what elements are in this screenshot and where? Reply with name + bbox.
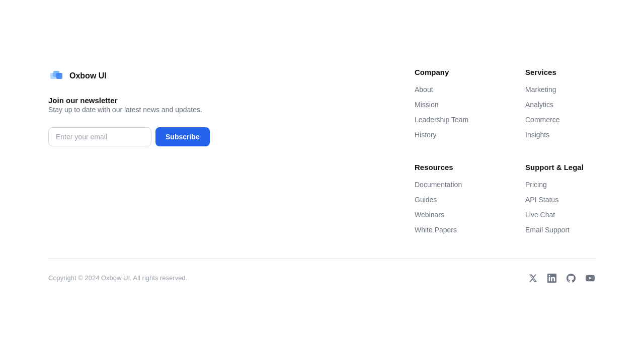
footer: Oxbow UI Join our newsletter Stay up to …	[0, 38, 644, 304]
nav-group-support: Support & Legal Pricing API Status Live …	[525, 163, 596, 234]
brand-section: Oxbow UI Join our newsletter Stay up to …	[48, 68, 209, 146]
footer-bottom: Copyright © 2024 Oxbow UI. All rights re…	[48, 273, 596, 284]
footer-divider	[48, 258, 596, 259]
brand-logo: Oxbow UI	[48, 68, 209, 84]
nav-link-documentation[interactable]: Documentation	[415, 181, 485, 189]
brand-name: Oxbow UI	[69, 71, 107, 80]
newsletter-title: Join our newsletter	[48, 96, 209, 105]
email-input[interactable]	[48, 127, 151, 146]
nav-link-commerce[interactable]: Commerce	[525, 116, 596, 124]
nav-group-resources: Resources Documentation Guides Webinars …	[415, 163, 485, 234]
github-icon[interactable]	[566, 273, 577, 284]
nav-link-pricing[interactable]: Pricing	[525, 181, 596, 189]
nav-link-about[interactable]: About	[415, 86, 485, 94]
newsletter-description: Stay up to date with our latest news and…	[48, 105, 209, 115]
copyright-text: Copyright © 2024 Oxbow UI. All rights re…	[48, 274, 187, 282]
newsletter-section: Join our newsletter Stay up to date with…	[48, 92, 209, 115]
nav-link-leadership[interactable]: Leadership Team	[415, 116, 485, 124]
nav-link-mission[interactable]: Mission	[415, 101, 485, 109]
brand-icon	[48, 68, 64, 84]
footer-top: Oxbow UI Join our newsletter Stay up to …	[48, 68, 596, 234]
nav-link-api-status[interactable]: API Status	[525, 196, 596, 204]
nav-link-email-support[interactable]: Email Support	[525, 226, 596, 234]
company-title: Company	[415, 68, 485, 76]
nav-link-guides[interactable]: Guides	[415, 196, 485, 204]
nav-link-live-chat[interactable]: Live Chat	[525, 211, 596, 219]
nav-link-insights[interactable]: Insights	[525, 131, 596, 139]
nav-group-company: Company About Mission Leadership Team Hi…	[415, 68, 485, 139]
support-title: Support & Legal	[525, 163, 596, 172]
svg-rect-2	[56, 73, 62, 79]
subscribe-button[interactable]: Subscribe	[155, 127, 210, 146]
twitter-icon[interactable]	[527, 273, 538, 284]
nav-sections: Company About Mission Leadership Team Hi…	[415, 68, 596, 234]
nav-link-marketing[interactable]: Marketing	[525, 86, 596, 94]
nav-link-webinars[interactable]: Webinars	[415, 211, 485, 219]
resources-title: Resources	[415, 163, 485, 172]
nav-link-analytics[interactable]: Analytics	[525, 101, 596, 109]
nav-row-bottom: Resources Documentation Guides Webinars …	[415, 163, 596, 234]
newsletter-form: Subscribe	[48, 127, 209, 146]
nav-link-history[interactable]: History	[415, 131, 485, 139]
nav-row-top: Company About Mission Leadership Team Hi…	[415, 68, 596, 139]
nav-group-services: Services Marketing Analytics Commerce In…	[525, 68, 596, 139]
youtube-icon[interactable]	[585, 273, 596, 284]
services-title: Services	[525, 68, 596, 76]
linkedin-icon[interactable]	[546, 273, 557, 284]
social-icons	[527, 273, 596, 284]
nav-link-white-papers[interactable]: White Papers	[415, 226, 485, 234]
